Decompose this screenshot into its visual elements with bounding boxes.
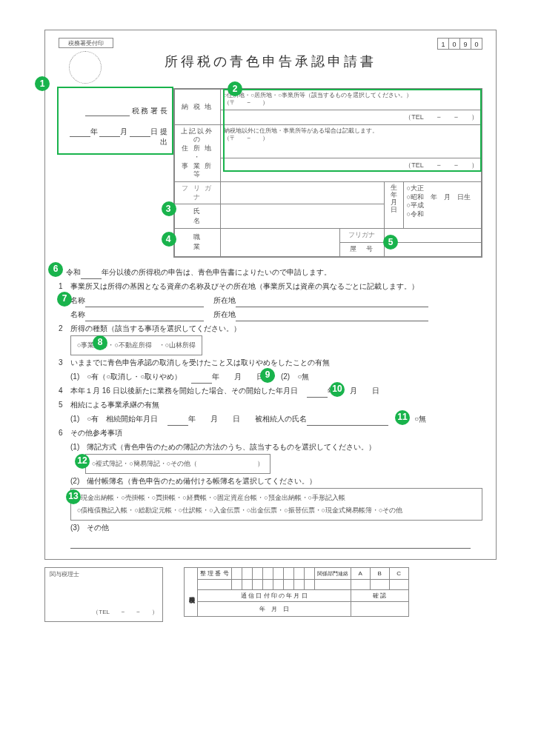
form-title: 所得税の青色申告承認申請書 [165,53,376,70]
section-1-text: 事業所又は所得の基因となる資産の名称及びその所在地（事業所又は資産の異なるごとに… [70,282,419,290]
stamp-circle [69,51,102,84]
tax-place-option-text: ○住所地・○居所地・○事業所等（該当するものを選択してください。） [224,92,479,99]
loc-input-2[interactable] [236,313,428,321]
submit-date-line[interactable]: 年 月 日 提 出 [62,127,167,147]
name-input-2[interactable] [85,313,204,321]
ledger-options-line1: ○現金出納帳・○売掛帳・○買掛帳・○経費帳・○固定資産台帳・○預金出納帳・○手形… [77,492,476,504]
name-field[interactable] [220,204,384,229]
s6-1-options-row: 12 ○複式簿記・○簡易簿記・○その他（ ） [70,454,482,474]
tax-accountant-box[interactable]: 関与税理士 （TEL − − ） [44,567,163,622]
name-label-2: 名称 [70,310,85,318]
kankei-label: 関係部門連絡 [314,568,351,580]
tax-office-suffix: 税 務 署 長 [132,107,167,115]
seiri-label: 整 理 番 号 [198,568,232,580]
day-label: 日 [150,127,158,136]
s3-year[interactable] [191,375,212,384]
income-type-options[interactable]: ○事業所得・○不動産所得 ・○山林所得 [70,335,202,355]
era-taisho[interactable]: ○大正 [407,184,478,193]
annotation-badge-6: 6 [48,262,63,277]
occupation-field[interactable] [220,229,339,256]
s5-year[interactable] [167,418,188,426]
tax-place-options[interactable]: ○住所地・○居所地・○事業所等（該当するものを選択してください。） （〒 − ） [220,90,482,110]
header: 税務署受付印 所得税の青色申告承認申請書 1 0 9 0 [59,38,482,73]
form-number-digit: 9 [459,38,471,50]
footer: 関与税理士 （TEL − − ） 税務署整理欄 整 理 番 号 関係部門連絡 A… [44,567,497,622]
name-label: 3 氏 名 [175,204,221,229]
annotation-badge-11: 11 [395,410,410,425]
s3-date-tail: 年 月 日 [212,372,264,381]
era-heisei[interactable]: ○平成 [407,201,478,210]
name-input-1[interactable] [85,299,204,307]
furigana-field[interactable] [220,181,384,204]
declaration-year-input[interactable] [81,271,102,279]
month-label: 月 [120,127,127,136]
s6-3-label: (3) その他 [70,521,482,535]
s5-yes[interactable]: (1) ○有 相続開始年月日 [70,415,158,423]
yago-field[interactable] [384,242,481,256]
birth-field[interactable]: ○大正 ○昭和 年 月 日生 ○平成 ○令和 [403,181,481,228]
kakunin-field[interactable] [351,602,408,617]
annotation-badge-9: 9 [260,368,275,383]
loc-label-1: 所在地 [213,296,236,304]
office-use-block: 税務署整理欄 整 理 番 号 関係部門連絡 A B C 通 信 日 付 印 の … [184,567,409,622]
section-4-text: 本年１月 16 日以後新たに業務を開始した場合、その開始した年月日 [70,387,298,395]
blank-row-label [198,580,232,590]
yago-furigana-label: フリガナ [339,229,384,243]
declaration-text: 年分以後の所得税の申告は、青色申告書によりたいので申請します。 [102,268,331,276]
other-address-l3: 事 業 所 等 [178,162,217,179]
era-showa[interactable]: ○昭和 [407,193,424,201]
loc-label-2: 所在地 [213,310,236,318]
loc-input-1[interactable] [236,299,428,307]
annotation-badge-1: 1 [35,76,50,91]
year-input[interactable] [70,129,90,137]
tax-office-line[interactable]: 税 務 署 長 [62,106,167,116]
tel-2[interactable]: （TEL − − ） [220,158,482,181]
era-reiwa[interactable]: ○令和 [407,210,478,219]
section-3-row: 9 (1) ○有（○取消し・○取りやめ） 年 月 日 (2) ○無 [70,369,482,384]
stamp-label: 税務署受付印 [59,38,113,48]
birth-tail: 年 月 日生 [431,193,471,201]
address-name-block: 2 納 税 地 ○住所地・○居所地・○事業所等（該当するものを選択してください。… [173,88,482,258]
kakunin-label: 確 認 [351,590,408,602]
annotation-badge-10: 10 [330,382,345,397]
day-input[interactable] [130,129,150,137]
annotation-badge-7: 7 [57,292,72,307]
other-address-l1: 上記以外の [178,127,217,144]
tax-office-input[interactable] [85,108,130,116]
annotation-badge-8: 8 [93,335,107,350]
yago-furigana-field[interactable]: 5 [384,229,481,243]
section-2-options: 8 ○事業所得・○不動産所得 ・○山林所得 [70,335,482,355]
s6-2-options-row: 13 ○現金出納帳・○売掛帳・○買掛帳・○経費帳・○固定資産台帳・○預金出納帳・… [70,488,482,521]
section-3-text: いままでに青色申告承認の取消しを受けたこと又は取りやめをしたことの有無 [70,358,330,367]
body-section: 6 令和年分以後の所得税の申告は、青色申告書によりたいので申請します。 1事業所… [59,265,482,549]
name-label-1: 名称 [70,296,85,304]
s4-year[interactable] [307,389,328,398]
tsushin-date[interactable]: 年 月 日 [198,602,351,617]
s3-yes[interactable]: (1) ○有（○取消し・○取りやめ） [70,372,182,381]
month-input[interactable] [99,129,120,137]
tax-place-label: 納 税 地 [175,90,221,125]
section-6-text: その他参考事項 [70,429,122,437]
annotation-badge-12: 12 [75,454,90,469]
furigana-label: フ リ ガ ナ [175,181,221,204]
bookkeeping-options[interactable]: ○複式簿記・○簡易簿記・○その他（ ） [85,454,270,474]
name-location-row-1: 7 名称 所在地 [70,293,482,307]
s3-no[interactable]: (2) ○無 [281,372,309,381]
tel-1[interactable]: （TEL − − ） [220,110,482,124]
yago-label: 屋 号 [339,242,384,256]
annotation-badge-2: 2 [228,81,242,96]
heir-name-input[interactable] [307,418,388,426]
other-address-field[interactable]: 納税地以外に住所地・事業所等がある場合は記載します。 （〒 − ） [220,124,482,158]
era-reiwa-text: 令和 [66,268,81,276]
col-c: C [389,568,408,580]
office-col-label: 税務署整理欄 [185,568,198,617]
annotation-badge-4: 4 [162,232,176,247]
ledger-options[interactable]: ○現金出納帳・○売掛帳・○買掛帳・○経費帳・○固定資産台帳・○預金出納帳・○手形… [70,488,482,521]
postal-1[interactable]: （〒 − ） [224,99,479,107]
tax-accountant-tel[interactable]: （TEL − − ） [50,608,158,616]
s6-3-input[interactable] [70,541,471,549]
col-b: B [370,568,389,580]
form-number-digit: 0 [471,38,482,50]
postal-2[interactable]: （〒 − ） [224,135,479,142]
annotation-badge-13: 13 [66,489,81,504]
